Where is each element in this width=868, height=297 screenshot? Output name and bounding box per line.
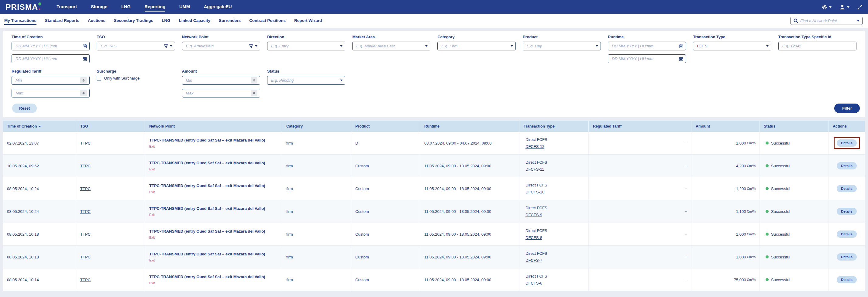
details-button[interactable]: Details [837, 185, 857, 192]
category-input[interactable] [441, 44, 508, 48]
chevron-down-icon[interactable] [857, 20, 860, 22]
tso-link[interactable]: TTPC [80, 187, 91, 191]
col-status[interactable]: Status [760, 121, 829, 132]
top-nav-transport[interactable]: Transport [57, 2, 77, 11]
col-product[interactable]: Product [351, 121, 420, 132]
max-input[interactable] [186, 91, 249, 95]
category-select[interactable] [437, 42, 516, 51]
filter-button[interactable]: Filter [834, 104, 860, 113]
transaction-type-specific-id-field[interactable] [778, 42, 857, 51]
col-time-of-creation[interactable]: Time of Creation [3, 121, 76, 132]
tso-input[interactable] [101, 44, 162, 48]
min-input[interactable] [16, 78, 79, 82]
number-stepper[interactable] [80, 77, 87, 84]
product-select[interactable] [523, 42, 601, 51]
transaction-id-link[interactable]: DFCFS-6 [525, 281, 542, 286]
status-input[interactable] [271, 78, 338, 82]
tso-link[interactable]: TTPC [80, 164, 91, 168]
chevron-down-icon[interactable] [596, 45, 598, 47]
date-from-input[interactable] [612, 44, 677, 48]
subnav-secondary-tradings[interactable]: Secondary Tradings [114, 17, 153, 25]
chevron-down-icon[interactable] [510, 45, 513, 47]
number-stepper[interactable] [251, 77, 257, 84]
subnav-standard-reports[interactable]: Standard Reports [45, 17, 79, 25]
min-input[interactable] [186, 78, 249, 82]
transaction-id-link[interactable]: DFCFS-7 [525, 258, 542, 263]
calendar-icon[interactable] [679, 57, 683, 61]
transaction-id-link[interactable]: DFCFS-12 [525, 144, 544, 149]
amount-min-field[interactable] [182, 76, 260, 85]
transaction-type-specific-id-input[interactable] [782, 44, 854, 48]
user-menu[interactable] [839, 4, 849, 10]
col-category[interactable]: Category [282, 121, 351, 132]
runtime-from-field[interactable] [608, 42, 686, 51]
transaction-id-link[interactable]: DFCFS-11 [525, 167, 544, 172]
regulated-tariff-min-field[interactable] [11, 76, 90, 85]
network-point-input[interactable] [186, 44, 247, 48]
chevron-down-icon[interactable] [255, 45, 257, 47]
tso-field[interactable] [97, 42, 175, 51]
search-input[interactable] [800, 19, 855, 23]
top-nav-lng[interactable]: LNG [121, 2, 131, 11]
status-select[interactable] [267, 76, 345, 85]
tso-link[interactable]: TTPC [80, 209, 91, 214]
date-from-input[interactable] [16, 44, 81, 48]
transaction-id-link[interactable]: DFCFS-9 [525, 212, 542, 217]
subnav-contract-positions[interactable]: Contract Positions [249, 17, 286, 25]
transaction-id-link[interactable]: DFCFS-8 [525, 235, 542, 240]
funnel-icon[interactable] [249, 44, 253, 48]
surcharge-checkbox[interactable] [97, 76, 101, 80]
tso-link[interactable]: TTPC [80, 277, 91, 282]
transaction-type-select[interactable]: FCFS [693, 42, 771, 51]
time-of-creation-from-field[interactable] [11, 42, 90, 51]
subnav-surrenders[interactable]: Surrenders [219, 17, 241, 25]
subnav-lng[interactable]: LNG [162, 17, 170, 25]
amount-max-field[interactable] [182, 89, 260, 97]
col-amount[interactable]: Amount [691, 121, 760, 132]
chevron-down-icon[interactable] [766, 45, 769, 47]
chevron-down-icon[interactable] [340, 79, 343, 81]
max-input[interactable] [16, 91, 79, 95]
date-to-input[interactable] [16, 57, 81, 61]
calendar-icon[interactable] [83, 44, 87, 48]
details-button[interactable]: Details [837, 208, 857, 215]
col-network-point[interactable]: Network Point [145, 121, 282, 132]
details-button[interactable]: Details [837, 276, 857, 283]
subnav-my-transactions[interactable]: My Transactions [4, 17, 36, 25]
direction-input[interactable] [271, 44, 338, 48]
chevron-down-icon[interactable] [170, 45, 172, 47]
calendar-icon[interactable] [679, 44, 683, 48]
chevron-down-icon[interactable] [340, 45, 343, 47]
tso-link[interactable]: TTPC [80, 232, 91, 237]
details-button[interactable]: Details [837, 139, 857, 147]
top-nav-storage[interactable]: Storage [91, 2, 107, 11]
calendar-icon[interactable] [83, 57, 87, 61]
network-point-field[interactable] [182, 42, 260, 51]
col-runtime[interactable]: Runtime [420, 121, 519, 132]
direction-select[interactable] [267, 42, 345, 51]
top-nav-umm[interactable]: UMM [179, 2, 190, 11]
top-nav-aggregateeu[interactable]: AggregateEU [204, 2, 232, 11]
runtime-to-field[interactable] [608, 54, 686, 63]
settings-menu[interactable] [822, 4, 832, 10]
col-tso[interactable]: TSO [76, 121, 145, 132]
transaction-id-link[interactable]: DFCFS-10 [525, 190, 544, 194]
market-area-input[interactable] [356, 44, 423, 48]
details-button[interactable]: Details [837, 230, 857, 238]
chevron-down-icon[interactable] [425, 45, 428, 47]
tso-link[interactable]: TTPC [80, 255, 91, 259]
number-stepper[interactable] [80, 90, 87, 96]
funnel-icon[interactable] [164, 44, 168, 48]
top-nav-reporting[interactable]: Reporting [145, 2, 165, 11]
product-input[interactable] [527, 44, 594, 48]
reset-button[interactable]: Reset [12, 104, 37, 113]
time-of-creation-to-field[interactable] [11, 54, 90, 63]
market-area-select[interactable] [352, 42, 430, 51]
network-point-search[interactable] [790, 17, 863, 25]
prisma-logo[interactable]: PRISMA. [5, 2, 41, 12]
subnav-report-wizard[interactable]: Report Wizard [294, 17, 322, 25]
surcharge-checkbox-label[interactable]: Only with Surcharge [104, 76, 140, 80]
details-button[interactable]: Details [837, 162, 857, 169]
regulated-tariff-max-field[interactable] [11, 89, 90, 97]
number-stepper[interactable] [251, 90, 257, 96]
